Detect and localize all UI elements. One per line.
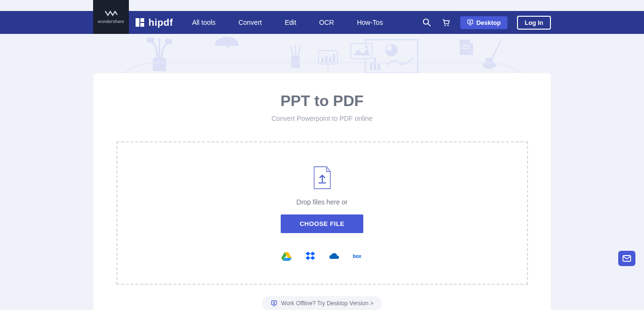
main-nav: All tools Convert Edit OCR How-Tos (192, 19, 383, 26)
search-icon[interactable] (422, 18, 432, 27)
wondershare-label: wondershare (98, 19, 124, 24)
svg-point-10 (147, 37, 154, 43)
svg-rect-27 (378, 64, 380, 70)
svg-rect-2 (140, 23, 144, 27)
google-drive-icon[interactable] (281, 251, 292, 261)
svg-rect-0 (136, 18, 139, 27)
svg-rect-13 (291, 55, 300, 68)
nav-all-tools[interactable]: All tools (192, 19, 215, 26)
svg-line-14 (291, 46, 293, 55)
offline-pill[interactable]: Work Offline? Try Desktop Version > (262, 296, 382, 310)
svg-point-11 (165, 39, 172, 44)
feedback-button[interactable] (618, 251, 635, 266)
desktop-download-icon (271, 300, 277, 307)
logo-text: hipdf (148, 17, 173, 28)
svg-point-6 (447, 25, 449, 26)
choose-file-button[interactable]: CHOOSE FILE (281, 214, 364, 233)
logo[interactable]: hipdf (135, 17, 173, 28)
mail-icon (623, 255, 631, 262)
svg-point-5 (444, 25, 446, 26)
page-title: PPT to PDF (116, 92, 528, 110)
cloud-sources: box (281, 251, 363, 261)
drop-text: Drop files here or (296, 198, 348, 206)
svg-rect-28 (351, 43, 372, 59)
offline-text: Work Offline? Try Desktop Version > (281, 300, 373, 307)
nav-edit[interactable]: Edit (285, 19, 296, 26)
nav-ocr[interactable]: OCR (319, 19, 334, 26)
svg-rect-9 (153, 58, 166, 71)
page-subtitle: Convert Powerpoint to PDF online (116, 115, 528, 122)
nav-convert[interactable]: Convert (238, 19, 262, 26)
file-upload-icon (312, 166, 332, 190)
wondershare-brand[interactable]: wondershare (93, 0, 129, 34)
svg-point-29 (365, 45, 368, 48)
svg-rect-33 (486, 58, 493, 65)
svg-rect-21 (333, 54, 335, 63)
box-icon[interactable]: box (353, 251, 363, 261)
svg-point-3 (423, 19, 429, 24)
main-header: wondershare hipdf All tools Convert Edit… (0, 11, 644, 34)
main-card: PPT to PDF Convert Powerpoint to PDF onl… (94, 73, 551, 310)
drop-zone[interactable]: Drop files here or CHOOSE FILE box (116, 141, 528, 285)
onedrive-icon[interactable] (329, 251, 339, 261)
svg-rect-26 (374, 58, 376, 70)
svg-line-16 (298, 46, 300, 55)
svg-text:box: box (353, 253, 361, 258)
svg-rect-20 (329, 57, 331, 63)
dropbox-icon[interactable] (305, 251, 316, 261)
svg-rect-19 (325, 55, 327, 63)
svg-rect-18 (321, 58, 324, 63)
desktop-button[interactable]: Desktop (460, 16, 507, 29)
login-button[interactable]: Log In (517, 16, 551, 30)
wondershare-icon (105, 11, 118, 17)
hero-decoration (0, 34, 644, 73)
cart-icon[interactable] (441, 18, 451, 27)
svg-rect-1 (140, 18, 144, 22)
nav-howtos[interactable]: How-Tos (357, 19, 383, 26)
svg-line-4 (428, 24, 430, 26)
download-icon (467, 19, 474, 26)
svg-rect-12 (227, 46, 229, 49)
hipdf-logo-icon (135, 18, 145, 27)
